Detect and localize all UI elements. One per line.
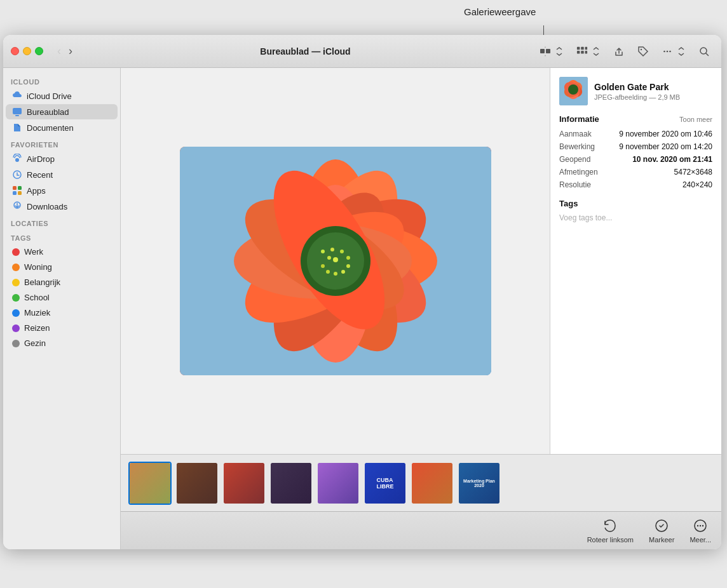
info-row-resolutie: Resolutie 240×240: [559, 178, 712, 191]
filmstrip-thumb-3[interactable]: [222, 462, 266, 505]
info-label-aanmaak: Aanmaak: [559, 130, 592, 138]
rotate-left-label: Roteer linksom: [587, 536, 634, 544]
svg-rect-6: [585, 46, 588, 50]
svg-point-40: [330, 248, 334, 251]
fullscreen-button[interactable]: [35, 47, 43, 55]
sidebar-item-airdrop[interactable]: AirDrop: [6, 151, 118, 166]
svg-rect-7: [577, 51, 580, 54]
sidebar-item-recent[interactable]: Recent: [6, 167, 118, 182]
tags-section: Tags Voeg tags toe...: [559, 199, 712, 225]
info-label-geopend: Geopend: [559, 155, 590, 164]
view-switcher-button[interactable]: [536, 43, 567, 60]
tag-school-dot: [12, 294, 20, 302]
svg-point-11: [663, 50, 665, 52]
filmstrip-thumb-5[interactable]: [316, 462, 360, 505]
info-header: Golden Gate Park JPEG-afbeelding — 2,9 M…: [559, 77, 712, 105]
nav-buttons: ‹ ›: [55, 43, 75, 59]
sidebar-label-muziek: Muziek: [24, 308, 50, 317]
tags-title: Tags: [559, 199, 712, 208]
sidebar-item-apps[interactable]: Apps: [6, 183, 118, 198]
info-row-geopend: Geopend 10 nov. 2020 om 21:41: [559, 153, 712, 166]
sidebar-item-downloads[interactable]: Downloads: [6, 199, 118, 214]
gallery-view-button[interactable]: [573, 43, 604, 60]
sidebar-label-airdrop: AirDrop: [27, 154, 55, 164]
info-filetype: JPEG-afbeelding — 2,9 MB: [594, 93, 680, 101]
sidebar-label-apps: Apps: [27, 186, 46, 196]
tag-button[interactable]: [634, 43, 653, 60]
filmstrip: CUBALIBRE Marketing Plan 2020: [121, 454, 721, 511]
bottom-bar: Roteer linksom Markeer: [121, 511, 721, 549]
minimize-button[interactable]: [23, 47, 31, 55]
svg-rect-8: [581, 51, 584, 54]
svg-rect-0: [540, 49, 545, 53]
markup-icon: [654, 518, 669, 533]
info-value-afmetingen: 5472×3648: [674, 168, 712, 177]
sidebar-item-bureaublad[interactable]: Bureaublad: [6, 104, 118, 119]
bureaublad-icon: [12, 107, 22, 117]
sidebar-item-documenten[interactable]: Documenten: [6, 120, 118, 135]
close-button[interactable]: [11, 47, 19, 55]
sidebar-label-icloud-drive: iCloud Drive: [27, 91, 72, 101]
share-button[interactable]: [609, 43, 628, 60]
svg-point-39: [321, 250, 325, 253]
sidebar-item-school[interactable]: School: [6, 290, 118, 305]
svg-rect-5: [581, 46, 584, 50]
info-value-bewerking: 9 november 2020 om 14:20: [619, 142, 712, 151]
info-thumbnail-svg: [559, 77, 588, 105]
show-more-button[interactable]: Toon meer: [679, 116, 712, 123]
sidebar-item-woning[interactable]: Woning: [6, 260, 118, 274]
sidebar-item-icloud-drive[interactable]: iCloud Drive: [6, 88, 118, 104]
tag-reizen-dot: [12, 324, 20, 332]
svg-point-45: [334, 272, 337, 276]
svg-rect-19: [13, 186, 17, 190]
preview-image[interactable]: [180, 147, 491, 375]
svg-point-12: [667, 50, 669, 52]
documenten-icon: [12, 123, 22, 133]
icloud-drive-icon: [12, 91, 22, 101]
sidebar-section-locaties: Locaties: [3, 215, 120, 229]
sidebar-label-werk: Werk: [24, 247, 43, 257]
svg-point-43: [346, 264, 350, 268]
forward-button[interactable]: ›: [66, 43, 75, 59]
sidebar-item-belangrijk[interactable]: Belangrijk: [6, 275, 118, 290]
more-button[interactable]: [658, 43, 690, 60]
search-button[interactable]: [695, 43, 714, 60]
airdrop-icon: [12, 154, 22, 164]
svg-point-47: [321, 264, 325, 268]
info-label-afmetingen: Afmetingen: [559, 168, 598, 177]
sidebar-item-muziek[interactable]: Muziek: [6, 305, 118, 320]
filmstrip-thumb-7[interactable]: [411, 462, 454, 505]
markup-action[interactable]: Markeer: [649, 518, 674, 544]
svg-point-44: [341, 270, 345, 274]
more-actions[interactable]: Meer...: [690, 518, 711, 544]
recent-icon: [12, 170, 22, 180]
rotate-left-action[interactable]: Roteer linksom: [587, 518, 634, 544]
back-button[interactable]: ‹: [55, 43, 64, 59]
tags-placeholder[interactable]: Voeg tags toe...: [559, 211, 712, 225]
sidebar-item-reizen[interactable]: Reizen: [6, 321, 118, 335]
info-row-afmetingen: Afmetingen 5472×3648: [559, 166, 712, 178]
svg-point-46: [326, 270, 330, 274]
sidebar-item-werk[interactable]: Werk: [6, 244, 118, 259]
filmstrip-thumb-8[interactable]: Marketing Plan 2020: [458, 462, 501, 505]
sidebar-label-bureaublad: Bureaublad: [27, 107, 69, 117]
info-section-header: Informatie Toon meer: [559, 114, 712, 124]
filmstrip-thumb-1[interactable]: [128, 462, 172, 505]
info-row-bewerking: Bewerking 9 november 2020 om 14:20: [559, 140, 712, 153]
sidebar-label-downloads: Downloads: [27, 202, 67, 211]
filmstrip-thumb-2[interactable]: [175, 462, 219, 505]
sidebar-section-favorieten: Favorieten: [3, 136, 120, 150]
filmstrip-thumb-6[interactable]: CUBALIBRE: [364, 462, 407, 505]
tag-icon: [637, 46, 649, 57]
svg-rect-22: [18, 191, 22, 195]
tag-werk-dot: [12, 248, 20, 256]
filmstrip-thumb-4[interactable]: [269, 462, 313, 505]
sidebar-section-tags: Tags: [3, 229, 120, 244]
info-label-resolutie: Resolutie: [559, 180, 591, 189]
toolbar: ‹ › Bureaublad — iCloud: [3, 35, 721, 68]
finder-window: ‹ › Bureaublad — iCloud: [3, 35, 721, 549]
sidebar: iCloud iCloud Drive Bureaublad: [3, 68, 121, 549]
sidebar-label-recent: Recent: [27, 170, 53, 180]
sidebar-item-gezin[interactable]: Gezin: [6, 336, 118, 351]
svg-point-60: [697, 525, 698, 526]
